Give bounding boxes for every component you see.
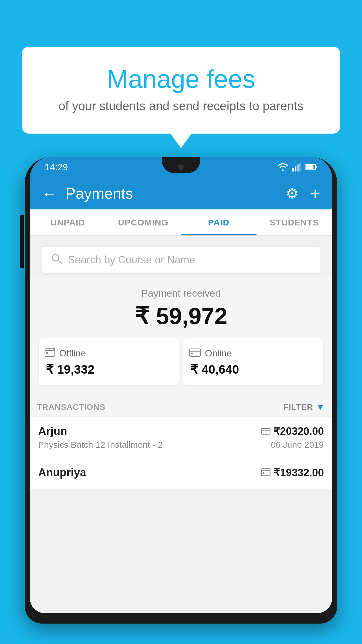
online-header: Online xyxy=(189,347,232,359)
offline-amount: ₹ 19,332 xyxy=(46,362,94,377)
app-bar-title: Payments xyxy=(66,185,277,202)
settings-button[interactable]: ⚙ xyxy=(286,185,298,202)
payment-label: Payment received xyxy=(39,288,323,299)
offline-header: Offline xyxy=(45,347,86,359)
phone-screen: 14:29 xyxy=(30,157,332,613)
svg-rect-17 xyxy=(261,428,270,434)
notch-camera xyxy=(178,164,184,171)
offline-payment-icon xyxy=(261,467,270,478)
online-label: Online xyxy=(205,348,232,359)
payment-summary: Payment received ₹ 59,972 xyxy=(30,276,332,394)
speech-bubble-container: Manage fees of your students and send re… xyxy=(22,47,340,134)
transactions-header: TRANSACTIONS FILTER ▼ xyxy=(30,394,332,417)
svg-rect-11 xyxy=(46,352,48,354)
wifi-icon xyxy=(277,163,288,171)
svg-rect-2 xyxy=(297,164,299,172)
transaction-date: 06 June 2019 xyxy=(271,440,324,450)
transaction-name: Anupriya xyxy=(38,466,86,479)
bubble-subtitle: of your students and send receipts to pa… xyxy=(45,99,317,113)
offline-label: Offline xyxy=(59,348,86,359)
svg-rect-3 xyxy=(299,163,301,172)
add-button[interactable]: + xyxy=(310,183,320,204)
bubble-title: Manage fees xyxy=(45,64,317,94)
filter-icon: ▼ xyxy=(316,402,325,412)
svg-rect-1 xyxy=(295,166,296,172)
status-time: 14:29 xyxy=(45,162,68,173)
tabs-bar: UNPAID UPCOMING PAID STUDENTS xyxy=(30,209,332,236)
search-icon xyxy=(51,253,62,267)
tab-upcoming[interactable]: UPCOMING xyxy=(106,209,181,235)
transactions-label: TRANSACTIONS xyxy=(37,402,105,412)
transaction-amount: ₹19332.00 xyxy=(261,467,324,479)
transaction-amount: ₹20320.00 xyxy=(261,425,324,438)
status-bar: 14:29 xyxy=(30,157,332,177)
app-bar-actions: ⚙ + xyxy=(286,183,320,204)
offline-icon xyxy=(45,347,55,359)
speech-bubble: Manage fees of your students and send re… xyxy=(22,47,340,134)
svg-rect-21 xyxy=(263,472,264,474)
offline-card: Offline ₹ 19,332 xyxy=(39,338,179,385)
phone-frame: 14:29 xyxy=(25,157,337,624)
transaction-course: Physics Batch 12 Installment - 2 xyxy=(38,440,163,450)
transaction-row1: Arjun ₹20320.00 xyxy=(38,425,324,438)
tab-students[interactable]: STUDENTS xyxy=(256,209,332,235)
svg-rect-0 xyxy=(292,168,294,172)
svg-rect-5 xyxy=(306,165,314,169)
phone-container: 14:29 xyxy=(25,152,337,644)
svg-rect-16 xyxy=(191,353,193,354)
search-placeholder: Search by Course or Name xyxy=(68,254,195,266)
signal-icon xyxy=(292,163,301,172)
card-icon xyxy=(261,426,270,437)
filter-button[interactable]: FILTER ▼ xyxy=(283,402,325,412)
app-bar: ← Payments ⚙ + xyxy=(30,177,332,209)
battery-icon xyxy=(305,164,317,170)
back-button[interactable]: ← xyxy=(42,185,57,202)
search-bar[interactable]: Search by Course or Name xyxy=(42,247,320,273)
online-icon xyxy=(189,347,201,359)
online-amount: ₹ 40,640 xyxy=(190,362,239,377)
notch xyxy=(162,157,200,173)
tab-unpaid[interactable]: UNPAID xyxy=(30,209,106,235)
svg-rect-6 xyxy=(316,166,317,168)
transaction-list: Arjun ₹20320.00 Physics xyxy=(30,417,332,490)
transaction-row1: Anupriya ₹1933 xyxy=(38,466,324,479)
payment-amount: ₹ 59,972 xyxy=(39,302,323,330)
transaction-name: Arjun xyxy=(38,425,67,438)
filter-label: FILTER xyxy=(283,402,313,412)
table-row[interactable]: Arjun ₹20320.00 Physics xyxy=(30,417,332,458)
online-card: Online ₹ 40,640 xyxy=(183,338,323,385)
table-row[interactable]: Anupriya ₹1933 xyxy=(30,458,332,490)
transaction-row2: Physics Batch 12 Installment - 2 06 June… xyxy=(38,440,324,450)
status-icons xyxy=(277,163,317,172)
payment-cards: Offline ₹ 19,332 xyxy=(39,338,323,385)
tab-paid[interactable]: PAID xyxy=(181,209,256,235)
svg-line-8 xyxy=(58,260,61,264)
